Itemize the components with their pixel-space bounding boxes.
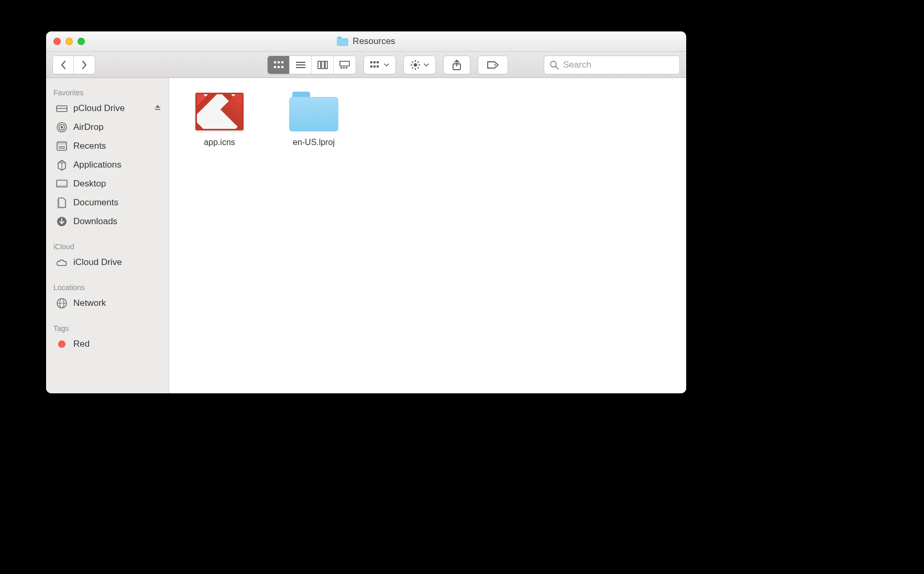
close-button[interactable]	[53, 38, 61, 45]
sidebar-item-label: Red	[73, 339, 161, 349]
network-icon	[56, 297, 68, 310]
window-title-text: Resources	[353, 36, 395, 47]
drive-icon	[56, 102, 68, 115]
file-name: app.icns	[204, 138, 235, 147]
icloud-section-label: iCloud	[46, 238, 169, 253]
cloud-icon	[56, 256, 68, 269]
svg-rect-11	[325, 61, 327, 69]
svg-rect-7	[296, 64, 305, 65]
tags-section-label: Tags	[46, 320, 169, 335]
search-field[interactable]	[544, 56, 680, 74]
sidebar-item-applications[interactable]: Applications	[46, 156, 169, 174]
sidebar-item-label: iCloud Drive	[73, 257, 161, 268]
svg-rect-19	[370, 65, 372, 68]
recents-icon	[56, 140, 68, 152]
sidebar-item-documents[interactable]: Documents	[46, 193, 169, 212]
sidebar-item-label: Network	[73, 298, 161, 308]
action-button[interactable]	[403, 56, 436, 74]
svg-rect-18	[377, 61, 379, 63]
sidebar: Favorites pCloud Drive AirDrop	[46, 78, 169, 393]
sidebar-item-tag-red[interactable]: Red	[46, 335, 169, 354]
svg-rect-5	[281, 66, 283, 68]
view-mode-buttons	[267, 56, 356, 74]
forward-button[interactable]	[74, 56, 95, 74]
svg-point-38	[61, 126, 63, 129]
locations-section-label: Locations	[46, 279, 169, 294]
icon-view-button[interactable]	[268, 56, 290, 74]
svg-rect-16	[370, 61, 372, 63]
sidebar-item-pcloud-drive[interactable]: pCloud Drive	[46, 99, 169, 118]
svg-rect-15	[346, 67, 347, 69]
gallery-view-button[interactable]	[334, 56, 356, 74]
chevron-down-icon	[384, 63, 389, 67]
chevron-down-icon	[424, 63, 429, 67]
gallery-icon	[339, 61, 350, 69]
search-icon	[549, 60, 559, 70]
svg-rect-13	[340, 67, 342, 69]
svg-rect-17	[373, 61, 376, 63]
nav-buttons	[52, 56, 95, 74]
svg-rect-2	[281, 61, 283, 63]
file-item-app-icns[interactable]: app.icns	[188, 91, 251, 147]
svg-line-34	[556, 67, 558, 69]
folder-icon	[289, 92, 338, 131]
grid-icon	[273, 61, 284, 69]
body: Favorites pCloud Drive AirDrop	[46, 78, 686, 393]
svg-line-28	[417, 67, 419, 68]
sidebar-item-label: Documents	[73, 197, 161, 208]
share-button[interactable]	[443, 56, 470, 74]
file-thumbnail	[289, 91, 338, 133]
svg-rect-46	[57, 185, 67, 187]
svg-rect-14	[343, 67, 345, 69]
titlebar: Resources	[46, 31, 686, 52]
sidebar-item-label: AirDrop	[73, 122, 161, 133]
chevron-left-icon	[60, 60, 67, 70]
toolbar	[46, 52, 686, 78]
svg-point-32	[494, 64, 496, 65]
sidebar-item-recents[interactable]: Recents	[46, 137, 169, 156]
favorites-section-label: Favorites	[46, 84, 169, 99]
svg-rect-12	[340, 61, 349, 66]
columns-icon	[317, 61, 328, 69]
documents-icon	[56, 196, 68, 209]
sidebar-item-icloud-drive[interactable]: iCloud Drive	[46, 253, 169, 272]
edit-tags-button[interactable]	[478, 56, 508, 74]
svg-point-33	[551, 61, 556, 67]
svg-rect-42	[57, 142, 67, 145]
window-controls	[46, 38, 85, 45]
sidebar-item-network[interactable]: Network	[46, 294, 169, 313]
fullscreen-button[interactable]	[78, 38, 85, 45]
list-view-button[interactable]	[290, 56, 312, 74]
gmail-icon	[195, 93, 244, 130]
svg-rect-3	[274, 66, 276, 68]
search-input[interactable]	[563, 60, 674, 70]
svg-line-30	[417, 61, 419, 62]
back-button[interactable]	[53, 56, 74, 74]
file-name: en-US.lproj	[293, 138, 335, 147]
group-by-button[interactable]	[364, 56, 396, 74]
tag-dot-icon	[56, 338, 68, 350]
svg-line-27	[412, 61, 413, 62]
sidebar-item-downloads[interactable]: Downloads	[46, 212, 169, 231]
group-grid-icon	[370, 61, 381, 69]
column-view-button[interactable]	[312, 56, 334, 74]
file-thumbnail	[195, 91, 244, 133]
content-area[interactable]: app.icns en-US.lproj	[169, 78, 686, 393]
minimize-button[interactable]	[65, 38, 73, 45]
sidebar-item-desktop[interactable]: Desktop	[46, 174, 169, 193]
svg-rect-0	[274, 61, 276, 63]
svg-rect-1	[278, 61, 280, 63]
svg-rect-4	[278, 66, 280, 68]
applications-icon	[56, 159, 68, 171]
svg-rect-20	[373, 65, 376, 68]
window-title: Resources	[46, 31, 686, 51]
sidebar-item-label: Downloads	[73, 216, 161, 227]
eject-icon[interactable]	[154, 103, 161, 114]
sidebar-item-label: Recents	[73, 141, 161, 151]
svg-rect-37	[155, 109, 160, 110]
share-icon	[452, 60, 461, 70]
folder-icon	[337, 37, 348, 46]
gear-icon	[410, 60, 421, 70]
sidebar-item-airdrop[interactable]: AirDrop	[46, 118, 169, 137]
file-item-en-us-lproj[interactable]: en-US.lproj	[282, 91, 345, 147]
